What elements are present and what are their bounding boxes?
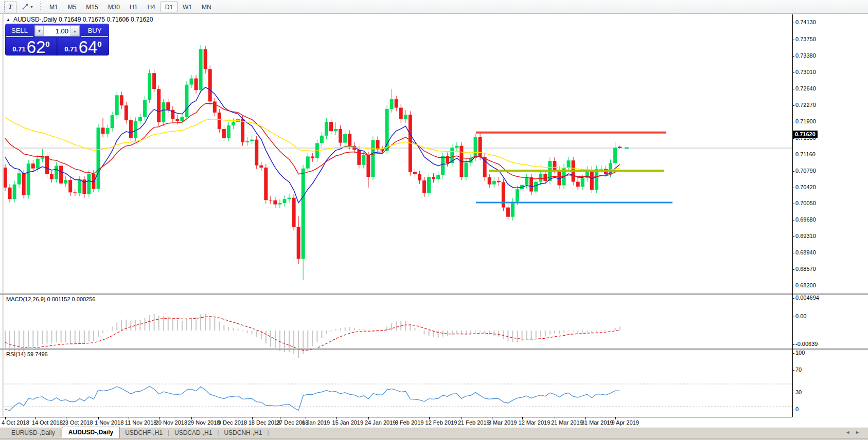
current-price-tag: 0.71620 — [793, 131, 818, 138]
pane-separator[interactable] — [0, 293, 868, 295]
tab-scroll-right-icon[interactable]: ► — [855, 430, 865, 435]
date-tick-label: 1 Nov 2018 — [95, 419, 123, 426]
timeframe-button-D1[interactable]: D1 — [161, 2, 178, 12]
date-tick-label: 21 Mar 2019 — [551, 419, 583, 426]
last-price-marker — [625, 148, 629, 149]
price-tick-label: 0.70420 — [795, 184, 816, 190]
chart-tab[interactable]: AUDUSD-,Daily — [62, 427, 120, 438]
date-tick-label: 29 Nov 2018 — [188, 419, 220, 426]
rsi-label: RSI(14) 59.7496 — [6, 351, 48, 357]
price-tick-label: 0.73380 — [795, 52, 816, 59]
timeframe-button-M15[interactable]: M15 — [81, 2, 102, 12]
timeframe-button-M1[interactable]: M1 — [45, 2, 63, 12]
macd-label: MACD(12,26,9) 0.001152 0.000256 — [6, 296, 95, 302]
price-tick-mark — [792, 253, 794, 253]
chart-tab[interactable]: USDCAD-,H1 — [169, 428, 217, 438]
date-tick-label: 3 Feb 2019 — [395, 419, 424, 426]
top-toolbar: T ▾ M1M5M15M30H1H4D1W1MN — [0, 0, 868, 14]
date-tick-label: 20 Nov 2018 — [155, 419, 187, 426]
chevron-down-icon: ▾ — [30, 5, 32, 9]
price-tick-mark — [792, 286, 794, 286]
text-tool-icon[interactable]: T — [4, 2, 16, 12]
volume-input[interactable] — [44, 26, 70, 36]
status-strip — [0, 438, 868, 440]
rsi-tick-mark — [792, 370, 794, 371]
price-tick-label: 0.73750 — [795, 36, 816, 42]
toolbar-separator — [39, 2, 42, 12]
date-tick-label: 11 Nov 2018 — [125, 419, 157, 426]
price-tick-label: 0.72640 — [795, 85, 816, 91]
volume-stepper: ▼ ▲ — [34, 25, 80, 36]
window-left-frame — [3, 14, 4, 417]
sell-button[interactable]: SELL — [6, 25, 33, 37]
timeframe-button-H4[interactable]: H4 — [143, 2, 160, 12]
price-tick-mark — [792, 204, 794, 204]
chart-area — [0, 14, 868, 417]
price-tick-mark — [792, 122, 794, 122]
sell-price-quote[interactable]: 0.71 62 0 — [6, 38, 56, 56]
volume-decrease-button[interactable]: ▼ — [35, 26, 44, 36]
diagonal-arrows-icon — [22, 3, 29, 10]
main-price-chart — [4, 28, 792, 307]
price-tick-mark — [792, 155, 794, 155]
price-tick-mark — [792, 220, 794, 221]
rsi-axis-label: 70 — [795, 366, 802, 373]
date-tick-label: 12 Mar 2019 — [519, 419, 551, 426]
price-tick-label: 0.73010 — [795, 69, 816, 75]
price-tick-label: 0.71160 — [795, 151, 816, 157]
price-tick-label: 0.68940 — [795, 249, 816, 255]
chart-tab[interactable]: USDCNH-,H1 — [219, 428, 267, 438]
chart-tab-bar: EURUSD-,Daily|AUDUSD-,DailyUSDCHF-,H1|US… — [0, 427, 868, 438]
chart-tab[interactable]: EURUSD-,Daily — [6, 428, 60, 438]
price-tick-mark — [792, 72, 794, 73]
price-tick-label: 0.68200 — [795, 282, 816, 288]
price-tick-label: 0.72270 — [795, 102, 816, 108]
rsi-tick-mark — [792, 393, 794, 393]
date-tick-label: 15 Jan 2019 — [332, 419, 364, 426]
rsi-axis-label: 0 — [795, 406, 799, 412]
macd-tick-mark — [792, 317, 794, 317]
price-tick-mark — [792, 188, 794, 188]
price-tick-label: 0.69310 — [795, 233, 816, 239]
timeframe-button-H1[interactable]: H1 — [125, 2, 142, 12]
collapse-panel-icon[interactable]: ▲ — [6, 17, 10, 22]
macd-tick-mark — [792, 344, 794, 345]
tab-separator: | — [267, 429, 269, 438]
buy-price-quote[interactable]: 0.71 64 0 — [58, 38, 108, 56]
macd-tick-mark — [792, 298, 794, 299]
chart-title: ▲AUDUSD-,Daily 0.71649 0.71675 0.71606 0… — [6, 16, 153, 23]
date-tick-label: 21 Feb 2019 — [458, 419, 490, 426]
price-tick-mark — [792, 23, 794, 23]
mt4-window: T ▾ M1M5M15M30H1H4D1W1MN 0.741300.737500… — [0, 0, 868, 440]
price-tick-label: 0.68570 — [795, 266, 816, 272]
tab-scroll-left-icon[interactable]: ◄ — [845, 430, 855, 435]
sell-price-big: 62 — [27, 40, 46, 55]
price-tick-mark — [792, 89, 794, 89]
timeframe-button-W1[interactable]: W1 — [178, 2, 197, 12]
one-click-trading-panel: SELL ▼ ▲ BUY 0.71 62 0 0.71 64 0 — [5, 24, 109, 56]
price-tick-label: 0.74130 — [795, 19, 816, 25]
date-tick-label: 23 Oct 2018 — [62, 419, 93, 426]
chart-tab[interactable]: USDCHF-,H1 — [120, 428, 168, 438]
price-tick-mark — [792, 40, 794, 40]
volume-increase-button[interactable]: ▲ — [70, 26, 79, 36]
buy-price-small: 0.71 — [64, 45, 77, 53]
chart-ohlc-values: 0.71649 0.71675 0.71606 0.71620 — [59, 16, 153, 23]
date-tick-label: 12 Feb 2019 — [426, 419, 457, 426]
macd-axis-label: -0.00639 — [795, 341, 818, 347]
timeframe-button-M30[interactable]: M30 — [103, 2, 125, 12]
buy-price-sup: 0 — [97, 40, 101, 48]
date-tick-label: 14 Oct 2018 — [32, 419, 63, 426]
price-tick-mark — [792, 56, 794, 57]
rsi-axis-label: 100 — [795, 350, 805, 356]
cursor-mode-icon[interactable]: ▾ — [19, 2, 36, 12]
timeframe-button-M5[interactable]: M5 — [63, 2, 81, 12]
date-tick-label: 24 Jan 2019 — [365, 419, 396, 426]
timeframe-button-MN[interactable]: MN — [197, 2, 216, 12]
rsi-tick-mark — [792, 410, 794, 410]
price-tick-label: 0.70050 — [795, 200, 816, 206]
pane-separator[interactable] — [0, 348, 868, 350]
date-tick-label: 6 Jan 2019 — [302, 419, 330, 426]
buy-button[interactable]: BUY — [81, 25, 108, 37]
price-tick-mark — [792, 105, 794, 106]
